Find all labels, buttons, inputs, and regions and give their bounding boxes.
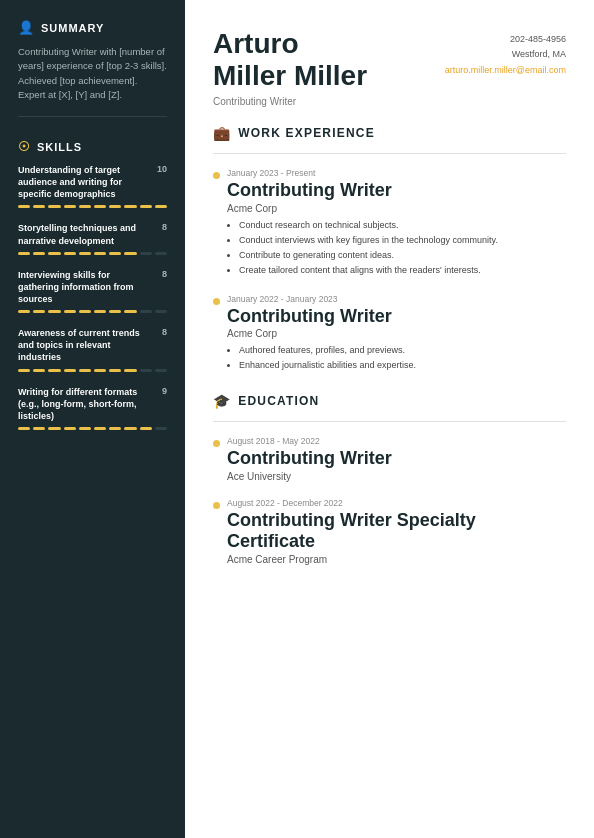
skill-dot-filled — [94, 369, 106, 372]
work-divider — [213, 153, 566, 154]
bullet-item: Conduct interviews with key figures in t… — [239, 234, 566, 248]
entry: January 2022 - January 2023Contributing … — [213, 294, 566, 373]
skill-dot-filled — [79, 252, 91, 255]
bullet-item: Authored features, profiles, and preview… — [239, 344, 566, 358]
skill-item: Writing for different formats (e.g., lon… — [18, 386, 167, 430]
skill-dot-filled — [33, 205, 45, 208]
entry-bullets: Conduct research on technical subjects.C… — [227, 219, 566, 278]
skills-icon: ☉ — [18, 139, 31, 154]
skill-dot-filled — [48, 310, 60, 313]
edu-entries: August 2018 - May 2022Contributing Write… — [213, 436, 566, 565]
skill-bar — [18, 205, 167, 208]
entry-date: January 2023 - Present — [227, 168, 566, 178]
entry-date: August 2022 - December 2022 — [227, 498, 566, 508]
entry-title: Contributing Writer — [227, 448, 566, 470]
entry-dot — [213, 502, 220, 509]
work-section-title: 💼 WORK EXPERIENCE — [213, 125, 566, 141]
skill-dot-filled — [124, 369, 136, 372]
skill-dot-filled — [94, 252, 106, 255]
skill-dot-empty — [140, 252, 152, 255]
skill-dot-empty — [155, 310, 167, 313]
resume-container: 👤 SUMMARY Contributing Writer with [numb… — [0, 0, 594, 838]
entry-org: Acme Corp — [227, 328, 566, 339]
skill-dot-filled — [79, 369, 91, 372]
skill-dot-filled — [18, 252, 30, 255]
header-subtitle: Contributing Writer — [213, 96, 566, 107]
skill-dot-filled — [94, 427, 106, 430]
entry: August 2018 - May 2022Contributing Write… — [213, 436, 566, 482]
entry-dot — [213, 440, 220, 447]
skill-dot-filled — [140, 427, 152, 430]
skill-dot-filled — [124, 310, 136, 313]
education-section: 🎓 EDUCATION August 2018 - May 2022Contri… — [213, 393, 566, 565]
skill-dot-filled — [79, 205, 91, 208]
skill-name: Understanding of target audience and wri… — [18, 164, 148, 200]
edu-divider — [213, 421, 566, 422]
bullet-item: Create tailored content that aligns with… — [239, 264, 566, 278]
skill-dot-filled — [48, 252, 60, 255]
resume-header: Arturo Miller Miller 202-485-4956 Westfo… — [213, 28, 566, 92]
skill-dot-filled — [109, 427, 121, 430]
skill-dot-filled — [109, 252, 121, 255]
skill-dot-filled — [33, 427, 45, 430]
skill-dot-filled — [155, 205, 167, 208]
sidebar: 👤 SUMMARY Contributing Writer with [numb… — [0, 0, 185, 838]
skill-bar — [18, 369, 167, 372]
skill-dot-filled — [33, 369, 45, 372]
skill-dot-filled — [18, 310, 30, 313]
person-icon: 👤 — [18, 20, 35, 35]
skill-score: 10 — [157, 164, 167, 174]
summary-section: 👤 SUMMARY Contributing Writer with [numb… — [18, 20, 167, 102]
main-content: Arturo Miller Miller 202-485-4956 Westfo… — [185, 0, 594, 838]
edu-section-title: 🎓 EDUCATION — [213, 393, 566, 409]
email-address: arturo.miller.miller@email.com — [445, 63, 566, 78]
skill-dot-filled — [79, 310, 91, 313]
skill-bar — [18, 310, 167, 313]
entry-org: Ace University — [227, 471, 566, 482]
skills-title: ☉ SKILLS — [18, 139, 167, 154]
skill-name: Storytelling techniques and narrative de… — [18, 222, 148, 246]
entry-dot — [213, 298, 220, 305]
location: Westford, MA — [445, 47, 566, 62]
skill-dot-filled — [64, 205, 76, 208]
skill-item: Understanding of target audience and wri… — [18, 164, 167, 208]
sidebar-divider-1 — [18, 116, 167, 117]
entry-title: Contributing Writer — [227, 306, 566, 328]
skill-dot-filled — [48, 205, 60, 208]
skill-name: Interviewing skills for gathering inform… — [18, 269, 148, 305]
skill-dot-filled — [33, 252, 45, 255]
entry-org: Acme Career Program — [227, 554, 566, 565]
skill-dot-empty — [140, 369, 152, 372]
skill-dot-filled — [64, 369, 76, 372]
phone-number: 202-485-4956 — [445, 32, 566, 47]
skill-dot-filled — [64, 252, 76, 255]
candidate-name: Arturo Miller Miller — [213, 28, 367, 92]
work-entries: January 2023 - PresentContributing Write… — [213, 168, 566, 373]
work-experience-section: 💼 WORK EXPERIENCE January 2023 - Present… — [213, 125, 566, 373]
bullet-item: Contribute to generating content ideas. — [239, 249, 566, 263]
skill-dot-filled — [48, 427, 60, 430]
header-name-block: Arturo Miller Miller — [213, 28, 367, 92]
skill-dot-filled — [124, 252, 136, 255]
skill-dot-filled — [18, 427, 30, 430]
skill-dot-filled — [64, 427, 76, 430]
skill-dot-filled — [18, 205, 30, 208]
entry-title: Contributing Writer Specialty Certificat… — [227, 510, 566, 553]
entry-title: Contributing Writer — [227, 180, 566, 202]
skill-dot-filled — [124, 205, 136, 208]
skill-dot-filled — [124, 427, 136, 430]
skills-section: ☉ SKILLS Understanding of target audienc… — [18, 139, 167, 430]
skill-score: 8 — [162, 327, 167, 337]
briefcase-icon: 💼 — [213, 125, 231, 141]
graduation-icon: 🎓 — [213, 393, 231, 409]
skill-item: Awareness of current trends and topics i… — [18, 327, 167, 371]
entry: August 2022 - December 2022Contributing … — [213, 498, 566, 565]
skill-score: 9 — [162, 386, 167, 396]
skill-dot-filled — [109, 310, 121, 313]
skill-score: 8 — [162, 269, 167, 279]
skill-dot-empty — [155, 252, 167, 255]
skill-dot-filled — [140, 205, 152, 208]
skill-score: 8 — [162, 222, 167, 232]
header-contact: 202-485-4956 Westford, MA arturo.miller.… — [445, 32, 566, 78]
skill-dot-filled — [109, 205, 121, 208]
